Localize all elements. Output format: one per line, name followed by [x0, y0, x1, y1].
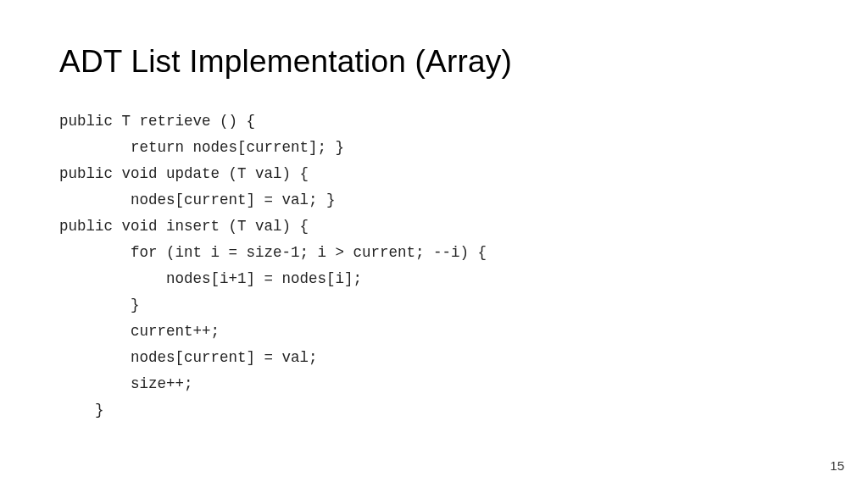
code-block: public T retrieve () { return nodes[curr… — [59, 108, 809, 424]
slide-title: ADT List Implementation (Array) — [59, 44, 809, 80]
page-number: 15 — [830, 458, 844, 473]
slide: ADT List Implementation (Array) public T… — [0, 0, 868, 488]
